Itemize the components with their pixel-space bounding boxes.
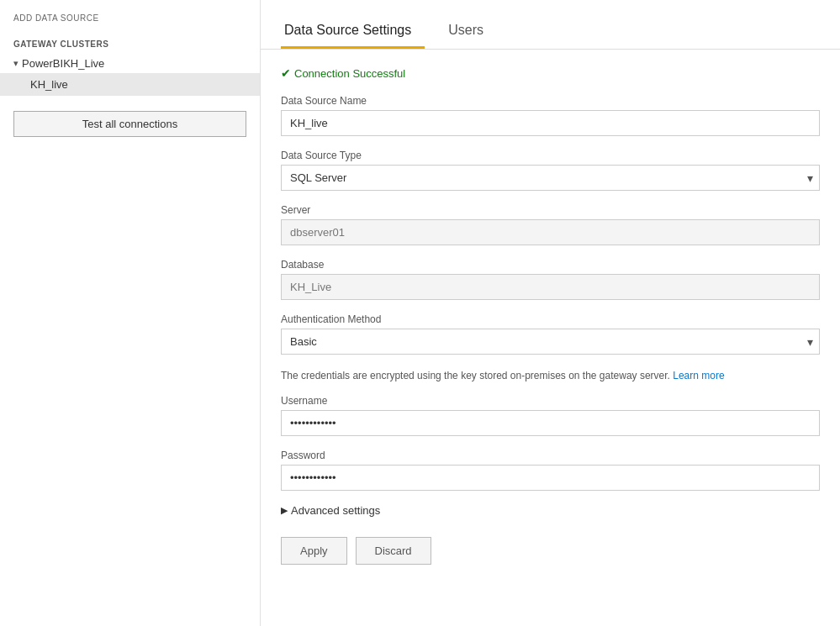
connection-status: ✔ Connection Successful [281, 66, 820, 80]
cluster-powerbikh-live[interactable]: ▾ PowerBIKH_Live [0, 54, 260, 73]
username-label: Username [281, 395, 820, 407]
database-input[interactable] [281, 274, 820, 300]
cluster-name: PowerBIKH_Live [22, 57, 104, 70]
sidebar: ADD DATA SOURCE GATEWAY CLUSTERS ▾ Power… [0, 0, 261, 626]
advanced-settings-toggle[interactable]: ▶ Advanced settings [281, 504, 820, 517]
apply-button[interactable]: Apply [281, 537, 347, 565]
auth-method-select-wrapper: Basic Windows OAuth2 ▾ [281, 329, 820, 355]
datasource-type-group: Data Source Type SQL Server Analysis Ser… [281, 150, 820, 191]
form-actions: Apply Discard [281, 534, 820, 565]
form-area: ✔ Connection Successful Data Source Name… [261, 50, 840, 626]
discard-button[interactable]: Discard [356, 537, 431, 565]
auth-method-select[interactable]: Basic Windows OAuth2 [281, 329, 820, 355]
tab-datasource-settings[interactable]: Data Source Settings [281, 13, 425, 49]
datasource-item-label: KH_live [30, 78, 68, 91]
password-label: Password [281, 450, 820, 461]
datasource-name-input[interactable] [281, 110, 820, 136]
test-all-connections-button[interactable]: Test all connections [13, 111, 246, 137]
datasource-type-select[interactable]: SQL Server Analysis Services Oracle MySQ… [281, 165, 820, 191]
connection-status-text: Connection Successful [294, 67, 405, 80]
username-input[interactable] [281, 410, 820, 436]
main-content: Data Source Settings Users ✔ Connection … [261, 0, 840, 626]
datasource-item-kh-live[interactable]: KH_live [0, 73, 260, 96]
add-datasource-header: ADD DATA SOURCE [0, 10, 260, 31]
advanced-settings-label: Advanced settings [291, 504, 380, 517]
username-group: Username [281, 395, 820, 436]
learn-more-link[interactable]: Learn more [673, 370, 724, 381]
auth-method-label: Authentication Method [281, 313, 820, 325]
check-icon: ✔ [281, 66, 291, 80]
database-label: Database [281, 259, 820, 271]
datasource-type-select-wrapper: SQL Server Analysis Services Oracle MySQ… [281, 165, 820, 191]
database-group: Database [281, 259, 820, 300]
server-group: Server [281, 204, 820, 245]
tab-users[interactable]: Users [445, 13, 497, 49]
datasource-type-label: Data Source Type [281, 150, 820, 161]
auth-method-group: Authentication Method Basic Windows OAut… [281, 313, 820, 355]
gateway-clusters-label: GATEWAY CLUSTERS [0, 31, 260, 54]
credentials-note: The credentials are encrypted using the … [281, 368, 820, 383]
password-input[interactable] [281, 465, 820, 491]
datasource-name-group: Data Source Name [281, 95, 820, 136]
datasource-name-label: Data Source Name [281, 95, 820, 107]
password-group: Password [281, 450, 820, 491]
server-input[interactable] [281, 219, 820, 245]
server-label: Server [281, 204, 820, 216]
chevron-down-icon: ▾ [13, 58, 18, 69]
chevron-right-icon: ▶ [281, 505, 288, 516]
tabs: Data Source Settings Users [261, 0, 840, 50]
